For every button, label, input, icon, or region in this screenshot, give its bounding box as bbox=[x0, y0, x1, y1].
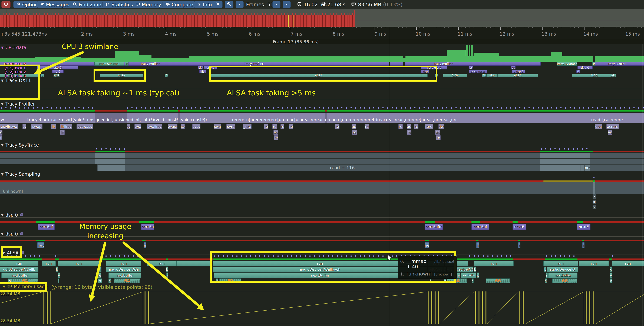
alsa-zone-value[interactable]: 66 bbox=[552, 279, 577, 283]
profiler-subzone[interactable]: lir bbox=[60, 130, 64, 135]
systrace-zone[interactable] bbox=[580, 164, 584, 171]
profiler-subzone[interactable]: dw bbox=[438, 124, 444, 129]
profiler-subzone[interactable]: re bbox=[335, 124, 340, 129]
alsa-zone-run[interactable]: run bbox=[58, 261, 99, 266]
profiler-subzone[interactable]: swa bbox=[214, 124, 221, 129]
dsp0b-status[interactable] bbox=[142, 240, 146, 241]
systrace-zone[interactable] bbox=[95, 159, 125, 164]
dsp0a-zone[interactable]: nextBuf bbox=[472, 224, 489, 230]
sampling-stack-zone[interactable]: Re bbox=[592, 205, 596, 209]
profiler-subzone[interactable]: ac bbox=[352, 124, 356, 129]
profiler-status[interactable] bbox=[180, 110, 325, 111]
profiler-subzone[interactable]: re bbox=[414, 124, 418, 129]
profiler-subzone[interactable]: lirlirsv bbox=[60, 124, 72, 129]
cpu2-sched-zone[interactable]: ds bbox=[200, 70, 206, 73]
alsa-zone-value[interactable]: a bbox=[610, 279, 612, 283]
alsa-zone-run[interactable]: run bbox=[544, 261, 578, 266]
profiler-subzone[interactable]: _nre bbox=[243, 124, 252, 129]
alsa-zone-nextbuffer[interactable]: nextBuffer bbox=[108, 273, 141, 278]
zoom-button[interactable] bbox=[225, 1, 234, 8]
sampling-status[interactable] bbox=[544, 180, 592, 182]
find-zone-button[interactable]: Find zone bbox=[70, 1, 104, 8]
memory-button[interactable]: Memory bbox=[133, 1, 164, 8]
cpu1-sched-zone[interactable]: ds bbox=[198, 66, 203, 69]
alsa-zone-value[interactable]: s bbox=[545, 279, 547, 283]
alsa-status[interactable] bbox=[609, 259, 612, 260]
dsp0b-status[interactable] bbox=[518, 240, 520, 241]
cpu2-sched-zone[interactable]: d bbox=[576, 70, 580, 73]
cpu1-sched-zone[interactable]: dsp 0 bbox=[578, 66, 592, 69]
alsa-zone-value[interactable]: 64 bbox=[114, 279, 140, 283]
profiler-subzone-row3[interactable]: (rere bbox=[0, 135, 644, 140]
section-header-dsp0-a[interactable]: ▼dsp 0 bbox=[1, 212, 24, 218]
alsa-zone-callback[interactable]: audioDeviceIOCa bbox=[106, 267, 141, 272]
systrace-row1[interactable] bbox=[0, 153, 644, 158]
profiler-subzone[interactable]: swasv bbox=[168, 124, 178, 129]
profiler-status[interactable] bbox=[325, 110, 327, 111]
dsp0a-zone[interactable]: nextBuffe bbox=[425, 224, 443, 230]
tools-button[interactable] bbox=[214, 1, 222, 8]
cpu0-sched-zone[interactable]: Tracy Profiler bbox=[234, 62, 273, 66]
profiler-subzone[interactable]: re bbox=[436, 135, 440, 140]
dsp0b-status[interactable] bbox=[582, 240, 584, 241]
profiler-subzone[interactable]: svre bbox=[226, 124, 235, 129]
next-frame-button[interactable] bbox=[272, 1, 280, 8]
profiler-subzone[interactable]: e bbox=[0, 130, 2, 135]
frame-overview-strip[interactable] bbox=[0, 9, 644, 27]
alsa-zone-nextbuffer[interactable]: nextBuffer bbox=[548, 273, 578, 278]
dsp0a-zone[interactable]: nextE bbox=[577, 224, 590, 230]
section-header-dsp0-b[interactable]: ▼dsp 0 bbox=[1, 231, 24, 237]
profiler-subzone[interactable]: svswasv bbox=[76, 124, 94, 129]
alsa-zone-nextbuffer[interactable]: w bbox=[477, 273, 479, 278]
alsa-zone-run[interactable] bbox=[176, 261, 212, 266]
profiler-subzone[interactable]: re bbox=[289, 124, 293, 129]
alsa-zone-nextbuffer[interactable]: nextBuffer bbox=[461, 273, 476, 278]
cpu0-sched-zone[interactable]: Tracy Profiler bbox=[426, 62, 460, 66]
sampling-row1[interactable] bbox=[0, 182, 644, 188]
section-header-tracy-profiler[interactable]: ▼Tracy Profiler bbox=[1, 101, 35, 107]
alsa-zone-run[interactable]: run bbox=[106, 261, 141, 266]
dsp0b-status[interactable] bbox=[0, 240, 644, 241]
cpu3-sched-zone[interactable]: ALSA bbox=[443, 74, 467, 77]
alsa-status[interactable] bbox=[99, 259, 144, 260]
profiler-subzone[interactable]: re bbox=[398, 124, 403, 129]
profiler-subzone[interactable]: rere bbox=[425, 124, 433, 129]
alsa-zone-callback[interactable]: b bbox=[166, 267, 168, 272]
alsa-zone-callback[interactable]: b bbox=[474, 267, 476, 272]
alsa-status[interactable] bbox=[545, 259, 578, 260]
cpu0-sched-zone[interactable]: Tracy SysTrace bbox=[557, 62, 577, 66]
profiler-subzone[interactable]: swa bbox=[134, 124, 141, 129]
cpu0-sched-zone[interactable]: Tr bbox=[124, 62, 128, 66]
alsa-zone-callback[interactable]: b bbox=[544, 267, 546, 272]
systrace-zone[interactable] bbox=[540, 159, 590, 164]
dsp0b-zone[interactable]: n bbox=[476, 242, 479, 248]
dsp0b-status[interactable] bbox=[425, 240, 429, 241]
cpu0-sched-zone[interactable]: Tracy Profiler bbox=[131, 62, 170, 66]
profiler-subzone[interactable]: ac bbox=[407, 124, 411, 129]
dsp0a-status[interactable] bbox=[139, 221, 154, 223]
alsa-zone-callback[interactable]: audioDeviceIO bbox=[547, 267, 578, 272]
cpu1-sched-zone[interactable]: ds bbox=[511, 66, 516, 69]
profiler-status[interactable] bbox=[327, 110, 644, 111]
dsp0b-zone[interactable]: n bbox=[144, 242, 146, 248]
alsa-zone-nextbuffer[interactable]: nextBuffer bbox=[2, 273, 38, 278]
cpu3-sched-zone[interactable]: A bbox=[165, 74, 168, 77]
profiler-subzone[interactable]: swalirsv bbox=[147, 124, 162, 129]
profiler-subzone[interactable]: ( bbox=[0, 135, 2, 140]
profiler-status[interactable] bbox=[94, 110, 127, 111]
alsa-zone-value[interactable]: s bbox=[108, 279, 111, 283]
alsa-status[interactable] bbox=[0, 259, 42, 260]
profiler-subzone[interactable]: acrere bbox=[606, 124, 619, 129]
systrace-zone[interactable] bbox=[540, 164, 580, 171]
cpu3-sched-zone[interactable]: ALA bbox=[487, 74, 497, 77]
alsa-zone-value[interactable] bbox=[58, 279, 59, 283]
profiler-subzone-row1[interactable]: esvlirswasvswaplirlirlirsvsvswasvsvswasw… bbox=[0, 124, 644, 129]
profiler-subzone[interactable]: re bbox=[272, 124, 277, 129]
profiler-subzone[interactable]: ac bbox=[608, 130, 612, 135]
profiler-status[interactable] bbox=[0, 110, 94, 111]
dsp0b-zone[interactable]: r bbox=[518, 242, 520, 248]
systrace-status[interactable] bbox=[540, 151, 593, 152]
profiler-subzone[interactable]: re bbox=[364, 124, 369, 129]
alsa-zone-callback[interactable]: udioDeviceIOCallb bbox=[0, 267, 38, 272]
cpu0-sched-zone[interactable]: Tracy Profiler bbox=[606, 62, 627, 66]
